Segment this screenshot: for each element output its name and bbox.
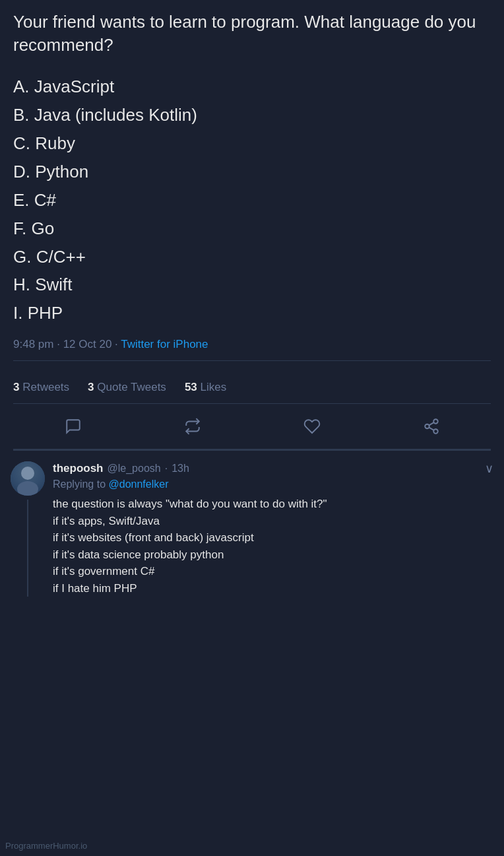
reply-text-line: if I hate him PHP bbox=[53, 580, 493, 597]
tweet-time: 9:48 pm bbox=[13, 338, 53, 350]
chevron-down-icon[interactable]: ∨ bbox=[485, 461, 493, 476]
tweet-option: C. Ruby bbox=[13, 129, 491, 158]
reply-username[interactable]: thepoosh bbox=[53, 462, 104, 475]
svg-line-4 bbox=[429, 422, 433, 425]
avatar-image bbox=[11, 461, 45, 496]
tweet-option: B. Java (includes Kotlin) bbox=[13, 101, 491, 129]
avatar-thread-line bbox=[27, 500, 28, 597]
reply-text-line: if it's government C# bbox=[53, 563, 493, 580]
tweet-container: Your friend wants to learn to program. W… bbox=[0, 0, 504, 451]
tweet-option: G. C/C++ bbox=[13, 243, 491, 271]
reply-section: thepoosh @le_poosh · 13h ∨ Replying to @… bbox=[0, 451, 504, 607]
svg-point-6 bbox=[21, 467, 34, 480]
likes-stat[interactable]: 53 Likes bbox=[185, 381, 226, 394]
tweet-question: Your friend wants to learn to program. W… bbox=[13, 11, 491, 57]
tweet-client[interactable]: Twitter for iPhone bbox=[121, 338, 208, 350]
reply-handle[interactable]: @le_poosh bbox=[108, 463, 161, 475]
reply-content: thepoosh @le_poosh · 13h ∨ Replying to @… bbox=[53, 461, 493, 597]
tweet-options: A. JavaScriptB. Java (includes Kotlin)C.… bbox=[13, 73, 491, 327]
reply-user-info: thepoosh @le_poosh · 13h bbox=[53, 462, 189, 475]
tweet-option: I. PHP bbox=[13, 299, 491, 327]
tweet-option: D. Python bbox=[13, 158, 491, 186]
svg-line-3 bbox=[429, 428, 433, 430]
reply-header: thepoosh @le_poosh · 13h ∨ bbox=[53, 461, 493, 476]
replying-to: Replying to @donnfelker bbox=[53, 478, 493, 490]
reply-text-line: if it's websites (front and back) javasc… bbox=[53, 529, 493, 546]
quote-tweets-count: 3 bbox=[88, 381, 94, 393]
retweets-stat[interactable]: 3 Retweets bbox=[13, 381, 69, 394]
tweet-actions bbox=[13, 404, 491, 451]
like-button[interactable] bbox=[298, 412, 327, 441]
reply-separator: · bbox=[165, 463, 168, 475]
likes-count: 53 bbox=[185, 381, 197, 393]
user-avatar bbox=[11, 461, 45, 496]
tweet-stats: 3 Retweets 3 Quote Tweets 53 Likes bbox=[13, 372, 491, 404]
watermark: ProgrammerHumor.io bbox=[5, 841, 87, 851]
tweet-separator-1: · bbox=[57, 338, 63, 350]
retweet-button[interactable] bbox=[178, 412, 207, 441]
retweets-label: Retweets bbox=[22, 381, 69, 393]
svg-point-0 bbox=[433, 419, 438, 424]
tweet-option: H. Swift bbox=[13, 271, 491, 299]
tweet-option: A. JavaScript bbox=[13, 73, 491, 101]
retweets-count: 3 bbox=[13, 381, 19, 393]
tweet-separator-2: · bbox=[115, 338, 121, 350]
svg-point-2 bbox=[433, 430, 438, 434]
quote-tweets-stat[interactable]: 3 Quote Tweets bbox=[88, 381, 166, 394]
replying-to-label: Replying to bbox=[53, 478, 106, 490]
tweet-date: 12 Oct 20 bbox=[63, 338, 112, 350]
reply-time: 13h bbox=[172, 463, 189, 475]
tweet-meta: 9:48 pm · 12 Oct 20 · Twitter for iPhone bbox=[13, 338, 491, 361]
reply-text-line: if it's apps, Swift/Java bbox=[53, 513, 493, 530]
likes-label: Likes bbox=[201, 381, 227, 393]
svg-point-1 bbox=[425, 424, 429, 429]
reply-button[interactable] bbox=[59, 412, 88, 441]
replying-to-mention[interactable]: @donnfelker bbox=[109, 478, 169, 490]
tweet-option: E. C# bbox=[13, 186, 491, 214]
reply-text: the question is always "what do you want… bbox=[53, 496, 493, 597]
quote-tweets-label: Quote Tweets bbox=[97, 381, 166, 393]
reply-text-line: if it's data science probably python bbox=[53, 546, 493, 564]
share-button[interactable] bbox=[417, 412, 446, 441]
avatar-column bbox=[11, 461, 45, 597]
reply-text-line: the question is always "what do you want… bbox=[53, 496, 493, 513]
tweet-option: F. Go bbox=[13, 214, 491, 243]
